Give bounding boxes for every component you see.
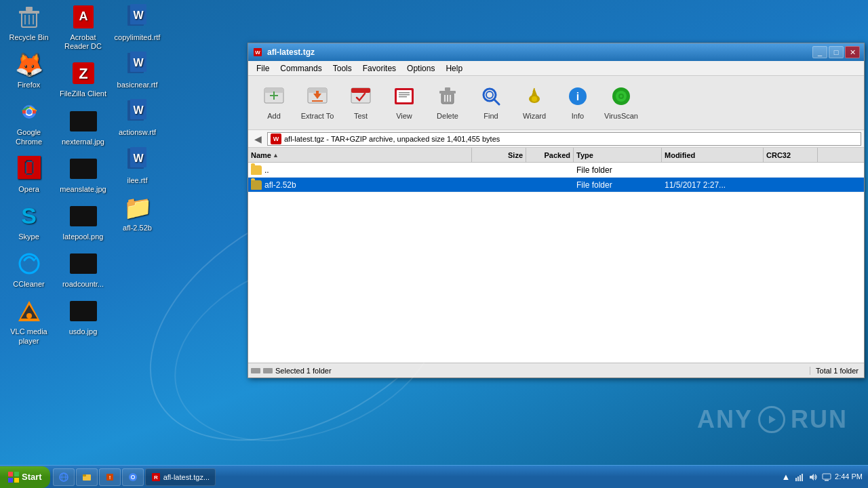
desktop-icon-roadcountr[interactable]: roadcountr... — [58, 250, 108, 289]
col-modified-header[interactable]: Modified — [662, 148, 764, 162]
back-button[interactable]: ◀ — [251, 132, 264, 146]
info-button[interactable]: i Info — [557, 79, 598, 127]
tray-volume-icon[interactable] — [808, 472, 818, 483]
desktop-icon-chrome[interactable]: Google Chrome — [3, 98, 54, 146]
title-bar: W afl-latest.tgz _ □ ✕ — [248, 43, 864, 61]
svg-text:W: W — [133, 9, 144, 21]
delete-icon — [437, 85, 458, 110]
extract-to-button[interactable]: Extract To — [297, 79, 338, 127]
svg-rect-49 — [445, 87, 450, 91]
menu-tools[interactable]: Tools — [328, 62, 357, 75]
svg-rect-46 — [399, 96, 407, 98]
taskbar-item-security[interactable]: ! — [99, 468, 121, 486]
menu-favorites[interactable]: Favorites — [357, 62, 401, 75]
start-button[interactable]: Start — [0, 466, 50, 488]
tray-network-icon[interactable] — [794, 472, 805, 483]
desktop-icon-usdo[interactable]: usdo.jpg — [58, 298, 108, 336]
col-size-header[interactable]: Size — [472, 148, 526, 162]
desktop-icon-copylimited[interactable]: W copylimited.rtf — [112, 3, 163, 42]
desktop-icon-filezilla[interactable]: Z FileZilla Client — [58, 60, 108, 98]
taskbar: Start ! — [0, 465, 868, 488]
find-icon — [480, 85, 502, 110]
col-packed-header[interactable]: Packed — [526, 148, 574, 162]
desktop-icon-opera[interactable]: 🅾 Opera — [3, 155, 54, 194]
total-text: Total 1 folder — [816, 367, 859, 375]
desktop-icon-afl-folder[interactable]: 📁 afl-2.52b — [112, 194, 163, 232]
menu-help[interactable]: Help — [440, 62, 468, 75]
anyrun-play-icon — [758, 406, 785, 433]
desktop-icon-vlc[interactable]: VLC media player — [3, 298, 54, 345]
file-size — [472, 178, 526, 192]
desktop-icon-col3: W copylimited.rtf W basicnear.rtf W — [112, 3, 163, 238]
file-crc — [764, 178, 818, 192]
desktop-icon-skype[interactable]: S Skype — [3, 203, 54, 241]
system-clock[interactable]: 2:44 PM — [835, 472, 863, 481]
desktop-icon-firefox[interactable]: 🦊 Firefox — [3, 51, 54, 89]
desktop-icon-label: Recycle Bin — [9, 33, 48, 42]
window-title: afl-latest.tgz — [267, 47, 812, 57]
col-type-header[interactable]: Type — [574, 148, 662, 162]
col-crc-header[interactable]: CRC32 — [764, 148, 818, 162]
minimize-button[interactable]: _ — [812, 46, 827, 58]
taskbar-item-chrome[interactable] — [122, 468, 144, 486]
desktop-icon-recycle-bin[interactable]: Recycle Bin — [3, 3, 54, 42]
desktop-icon-ccleaner[interactable]: CCleaner — [3, 250, 54, 289]
desktop-icon-nexternal[interactable]: nexternal.jpg — [58, 108, 108, 146]
start-label: Start — [22, 472, 42, 482]
status-bar: Selected 1 folder Total 1 folder — [248, 363, 864, 378]
desktop: Recycle Bin 🦊 Firefox Google Chrome — [0, 0, 868, 488]
svg-rect-70 — [14, 478, 19, 483]
taskbar-items: ! R afl-latest.tgz... — [53, 468, 775, 486]
view-button[interactable]: View — [384, 79, 425, 127]
menu-bar: File Commands Tools Favorites Options He… — [248, 61, 864, 76]
close-button[interactable]: ✕ — [845, 46, 860, 58]
wizard-button[interactable]: Wizard — [514, 79, 555, 127]
menu-commands[interactable]: Commands — [275, 62, 327, 75]
menu-options[interactable]: Options — [401, 62, 440, 75]
taskbar-item-ie[interactable] — [53, 468, 75, 486]
address-input[interactable]: W afl-latest.tgz - TAR+GZIP archive, unp… — [267, 132, 861, 146]
find-label: Find — [484, 112, 498, 120]
menu-file[interactable]: File — [251, 62, 275, 75]
desktop-icon-label: basicnear.rtf — [117, 81, 158, 89]
file-type: File folder — [574, 163, 662, 177]
svg-rect-35 — [273, 92, 275, 100]
list-header: Name ▲ Size Packed Type Modified CRC32 — [248, 148, 864, 163]
svg-rect-83 — [795, 478, 797, 481]
desktop-icon-actionsw[interactable]: W actionsw.rtf — [112, 98, 163, 137]
svg-rect-41 — [351, 88, 370, 93]
taskbar-item-explorer[interactable] — [76, 468, 98, 486]
tray-screen-icon[interactable] — [821, 472, 832, 483]
status-right: Total 1 folder — [810, 367, 864, 375]
virus-scan-button[interactable]: VirusScan — [601, 79, 642, 127]
status-icon-1 — [251, 368, 260, 373]
maximize-button[interactable]: □ — [829, 46, 844, 58]
list-row[interactable]: afl-2.52b File folder 11/5/2017 2:27... — [248, 178, 864, 192]
desktop-icon-basicnear[interactable]: W basicnear.rtf — [112, 51, 163, 89]
anyrun-text: ANY — [697, 405, 753, 434]
svg-rect-45 — [399, 94, 410, 96]
desktop-icon-ilee[interactable]: W ilee.rtf — [112, 146, 163, 185]
desktop-icon-col1: Recycle Bin 🦊 Firefox Google Chrome — [3, 3, 54, 351]
test-button[interactable]: Test — [340, 79, 381, 127]
svg-point-58 — [532, 96, 537, 102]
desktop-icon-meanslate[interactable]: meanslate.jpg — [58, 155, 108, 194]
delete-button[interactable]: Delete — [427, 79, 468, 127]
list-row[interactable]: .. File folder — [248, 163, 864, 178]
anyrun-watermark: ANY RUN — [697, 405, 848, 434]
add-button[interactable]: Add — [254, 79, 294, 127]
svg-text:A: A — [79, 9, 87, 23]
svg-marker-87 — [810, 474, 814, 481]
desktop-icon-label: Opera — [18, 185, 39, 194]
desktop-icon-acrobat[interactable]: A Acrobat Reader DC — [58, 3, 108, 51]
tray-expand-icon[interactable]: ▲ — [781, 472, 791, 483]
taskbar-item-winrar[interactable]: R afl-latest.tgz... — [145, 468, 216, 486]
find-button[interactable]: Find — [471, 79, 511, 127]
windows-icon — [8, 472, 19, 483]
col-name-header[interactable]: Name ▲ — [248, 148, 472, 162]
desktop-icon-label: roadcountr... — [62, 280, 104, 289]
svg-point-80 — [132, 476, 134, 479]
wizard-label: Wizard — [523, 112, 546, 120]
desktop-icon-label: actionsw.rtf — [119, 128, 156, 137]
desktop-icon-latepool[interactable]: latepool.png — [58, 203, 108, 241]
